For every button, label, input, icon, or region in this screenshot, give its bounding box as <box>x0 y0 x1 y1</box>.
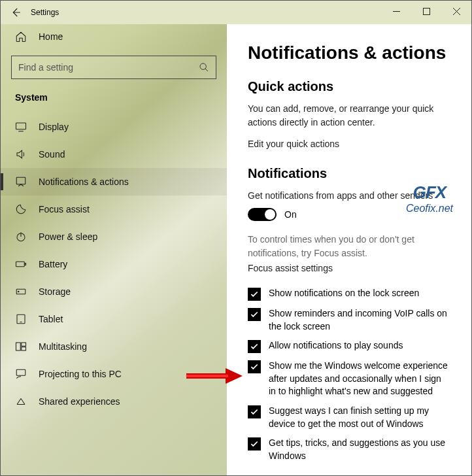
quick-actions-desc: You can add, remove, or rearrange your q… <box>248 102 449 129</box>
settings-window: Settings Home <box>0 0 472 476</box>
nav-label: Shared experiences <box>39 396 120 407</box>
titlebar: Settings <box>1 1 471 24</box>
storage-icon <box>15 286 27 298</box>
sidebar: Home System Display Sound <box>1 24 227 475</box>
sidebar-item-shared[interactable]: Shared experiences <box>1 388 227 415</box>
home-nav[interactable]: Home <box>1 24 227 50</box>
search-icon <box>199 62 209 73</box>
svg-point-2 <box>200 63 206 69</box>
checkbox-icon <box>248 308 261 321</box>
svg-rect-18 <box>16 369 25 375</box>
svg-rect-1 <box>423 8 430 14</box>
sidebar-item-multitasking[interactable]: Multitasking <box>1 333 227 360</box>
nav-label: Power & sleep <box>39 231 97 242</box>
notifications-heading: Notifications <box>248 166 449 181</box>
check-label: Show notifications on the lock screen <box>269 287 419 301</box>
sidebar-item-sound[interactable]: Sound <box>1 141 227 168</box>
nav-label: Battery <box>39 259 67 269</box>
edit-quick-actions-link[interactable]: Edit your quick actions <box>248 139 449 149</box>
page-title: Notifications & actions <box>248 42 449 63</box>
sidebar-section-label: System <box>1 88 227 113</box>
display-icon <box>15 121 27 133</box>
focus-hint: To control times when you do or don't ge… <box>248 233 449 260</box>
svg-rect-17 <box>22 347 26 350</box>
nav-label: Display <box>39 122 69 132</box>
close-button[interactable] <box>441 1 471 22</box>
svg-rect-4 <box>16 123 26 129</box>
sidebar-item-power[interactable]: Power & sleep <box>1 223 227 250</box>
check-label: Get tips, tricks, and suggestions as you… <box>269 437 449 462</box>
svg-rect-15 <box>16 343 21 350</box>
check-label: Suggest ways I can finish setting up my … <box>269 405 449 430</box>
check-play-sounds[interactable]: Allow notifications to play sounds <box>248 339 449 353</box>
minimize-button[interactable] <box>381 1 411 22</box>
window-controls <box>381 1 471 22</box>
check-finish-setup[interactable]: Suggest ways I can finish setting up my … <box>248 405 449 430</box>
check-tips-tricks[interactable]: Get tips, tricks, and suggestions as you… <box>248 437 449 462</box>
sidebar-item-storage[interactable]: Storage <box>1 278 227 305</box>
tablet-icon <box>15 313 27 325</box>
toggle-state-label: On <box>284 209 297 220</box>
main-content: Notifications & actions Quick actions Yo… <box>227 24 471 475</box>
svg-rect-9 <box>16 262 25 267</box>
nav-label: Projecting to this PC <box>39 369 122 379</box>
svg-rect-10 <box>25 264 26 265</box>
quick-actions-heading: Quick actions <box>248 79 449 94</box>
notifications-toggle[interactable] <box>248 208 277 221</box>
checkbox-icon <box>248 405 261 418</box>
checkbox-icon <box>248 360 261 373</box>
window-body: Home System Display Sound <box>1 24 471 475</box>
shared-icon <box>15 396 27 407</box>
check-label: Show me the Windows welcome experience a… <box>269 360 449 398</box>
nav-label: Storage <box>39 286 71 297</box>
battery-icon <box>15 258 27 270</box>
power-icon <box>15 231 27 243</box>
check-welcome-experience[interactable]: Show me the Windows welcome experience a… <box>248 360 449 398</box>
search-box[interactable] <box>11 56 216 79</box>
nav-label: Multitasking <box>39 341 87 352</box>
nav-label: Focus assist <box>39 204 90 214</box>
sidebar-item-tablet[interactable]: Tablet <box>1 305 227 333</box>
search-input[interactable] <box>18 62 199 73</box>
focus-assist-link[interactable]: Focus assist settings <box>248 262 449 275</box>
sound-icon <box>15 148 27 160</box>
sidebar-item-battery[interactable]: Battery <box>1 250 227 278</box>
check-label: Allow notifications to play sounds <box>269 339 403 353</box>
projecting-icon <box>15 368 27 380</box>
svg-line-3 <box>205 69 208 71</box>
maximize-button[interactable] <box>411 1 441 22</box>
svg-rect-6 <box>16 177 25 184</box>
svg-rect-16 <box>22 343 26 346</box>
nav-label: Tablet <box>39 314 63 324</box>
back-button[interactable] <box>10 7 28 18</box>
multitasking-icon <box>15 341 27 352</box>
focus-assist-icon <box>15 203 27 215</box>
check-reminders-voip[interactable]: Show reminders and incoming VoIP calls o… <box>248 307 449 333</box>
svg-point-12 <box>18 291 20 292</box>
checkbox-icon <box>248 288 261 301</box>
nav-label: Sound <box>39 149 65 160</box>
home-icon <box>15 31 27 42</box>
sidebar-item-display[interactable]: Display <box>1 113 227 141</box>
nav-label: Notifications & actions <box>39 177 129 187</box>
checkbox-icon <box>248 437 261 450</box>
notifications-icon <box>15 176 27 188</box>
notifications-desc: Get notifications from apps and other se… <box>248 189 449 203</box>
sidebar-item-focus-assist[interactable]: Focus assist <box>1 196 227 223</box>
home-label: Home <box>39 31 63 42</box>
window-title: Settings <box>28 8 59 17</box>
sidebar-item-projecting[interactable]: Projecting to this PC <box>1 360 227 388</box>
check-lockscreen-notifications[interactable]: Show notifications on the lock screen <box>248 287 449 301</box>
check-label: Show reminders and incoming VoIP calls o… <box>269 307 449 333</box>
checkbox-icon <box>248 340 261 353</box>
sidebar-item-notifications[interactable]: Notifications & actions <box>1 168 227 196</box>
